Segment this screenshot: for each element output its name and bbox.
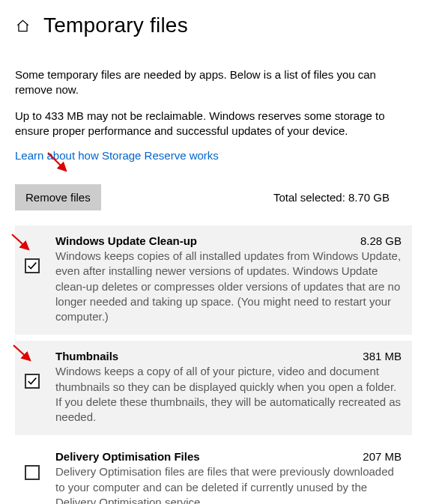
remove-files-button[interactable]: Remove files (15, 184, 101, 210)
list-item[interactable]: Delivery Optimisation Files 207 MB Deliv… (15, 441, 412, 504)
item-description: Delivery Optimisation files are files th… (55, 464, 402, 504)
item-size: 8.28 GB (360, 234, 402, 247)
list-item[interactable]: Windows Update Clean-up 8.28 GB Windows … (15, 225, 412, 335)
intro-text-2: Up to 433 MB may not be reclaimable. Win… (15, 109, 412, 139)
item-description: Windows keeps a copy of all of your pict… (55, 364, 402, 425)
total-selected-label: Total selected: 8.70 GB (273, 191, 390, 204)
item-size: 207 MB (363, 450, 402, 463)
page-title: Temporary files (43, 13, 188, 37)
intro-text-1: Some temporary files are needed by apps.… (15, 67, 412, 98)
file-category-list: Windows Update Clean-up 8.28 GB Windows … (15, 225, 412, 504)
checkbox-windows-update-cleanup[interactable] (25, 258, 40, 273)
list-item[interactable]: Thumbnails 381 MB Windows keeps a copy o… (15, 341, 412, 435)
item-size: 381 MB (363, 350, 402, 362)
item-name: Delivery Optimisation Files (55, 450, 200, 463)
storage-reserve-link[interactable]: Learn about how Storage Reserve works (15, 149, 219, 162)
item-description: Windows keeps copies of all installed up… (55, 249, 402, 324)
item-name: Thumbnails (55, 350, 118, 362)
item-name: Windows Update Clean-up (55, 234, 197, 247)
home-icon[interactable] (15, 18, 30, 33)
checkbox-thumbnails[interactable] (25, 374, 40, 389)
checkbox-delivery-optimisation[interactable] (25, 465, 40, 480)
